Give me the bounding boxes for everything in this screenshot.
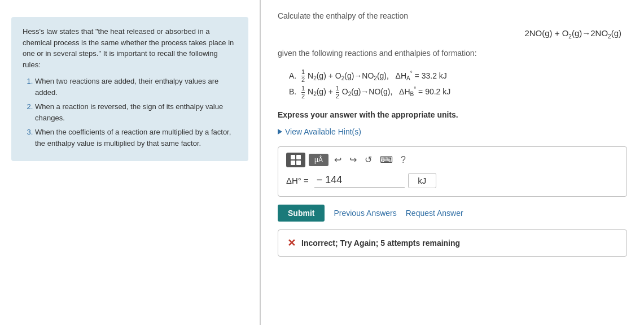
submit-row: Submit Previous Answers Request Answer — [278, 205, 627, 222]
mu-button[interactable]: μÅ — [309, 154, 328, 166]
rules-list: When two reactions are added, their enth… — [23, 76, 237, 149]
unit-box: kJ — [408, 173, 436, 188]
delta-label: ΔH° = — [286, 176, 309, 185]
undo-button[interactable]: ↩ — [332, 153, 344, 166]
frac-a-num: 12 — [301, 69, 305, 83]
formula-button[interactable] — [286, 153, 305, 167]
request-answer-link[interactable]: Request Answer — [406, 209, 463, 218]
hint-link-label: View Available Hint(s) — [285, 127, 361, 136]
keyboard-button[interactable]: ⌨ — [378, 153, 395, 166]
reactions-block: A. 12 N2(g) + O2(g)→NO2(g), ΔHA° = 33.2 … — [289, 68, 627, 100]
reaction-b: B. 12 N2(g) + 12 O2(g)→NO(g), ΔHB° = 90.… — [289, 84, 627, 99]
frac-b1-num: 12 — [301, 85, 305, 99]
triangle-icon — [278, 129, 282, 135]
frac-b2-num: 12 — [336, 85, 339, 99]
rule-3: When the coefficients of a reaction are … — [35, 127, 237, 149]
submit-button[interactable]: Submit — [278, 205, 325, 222]
toolbar: μÅ ↩ ↪ ↺ ⌨ ? — [286, 153, 619, 167]
express-text: Express your answer with the appropriate… — [278, 110, 627, 119]
main-reaction: 2NO(g) + O2(g)→2NO2(g) — [278, 28, 621, 40]
answer-container: μÅ ↩ ↪ ↺ ⌨ ? ΔH° = kJ — [278, 146, 627, 197]
redo-button[interactable]: ↪ — [347, 153, 359, 166]
question-title: Calculate the enthalpy of the reaction — [278, 11, 627, 20]
error-icon: ✕ — [287, 237, 296, 249]
input-row: ΔH° = kJ — [286, 173, 619, 188]
right-panel: Calculate the enthalpy of the reaction 2… — [261, 0, 644, 325]
answer-input[interactable] — [314, 173, 405, 188]
error-text: Incorrect; Try Again; 5 attempts remaini… — [301, 239, 460, 248]
previous-answers-link[interactable]: Previous Answers — [334, 209, 396, 218]
left-panel: Hess's law states that "the heat release… — [0, 0, 260, 325]
hint-intro-text: Hess's law states that "the heat release… — [23, 26, 237, 70]
error-box: ✕ Incorrect; Try Again; 5 attempts remai… — [278, 229, 627, 257]
grid-icon — [291, 155, 301, 165]
rule-2: When a reaction is reversed, the sign of… — [35, 101, 237, 123]
reaction-a: A. 12 N2(g) + O2(g)→NO2(g), ΔHA° = 33.2 … — [289, 68, 627, 84]
refresh-button[interactable]: ↺ — [362, 153, 374, 166]
hint-box: Hess's law states that "the heat release… — [11, 17, 248, 161]
given-text: given the following reactions and enthal… — [278, 49, 627, 58]
help-button[interactable]: ? — [398, 154, 408, 166]
rule-1: When two reactions are added, their enth… — [35, 76, 237, 98]
hint-link[interactable]: View Available Hint(s) — [278, 127, 627, 136]
